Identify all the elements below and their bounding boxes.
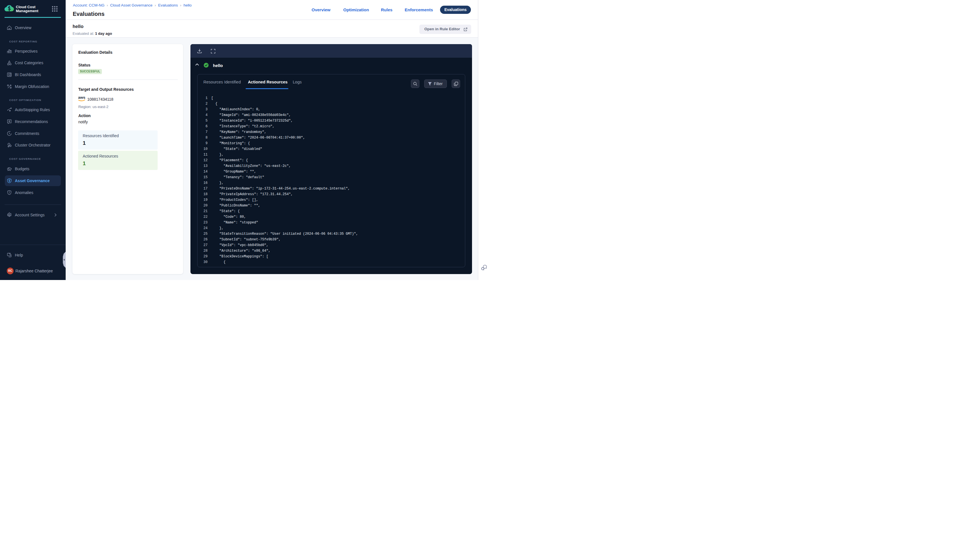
svg-text:aws: aws xyxy=(78,95,85,100)
